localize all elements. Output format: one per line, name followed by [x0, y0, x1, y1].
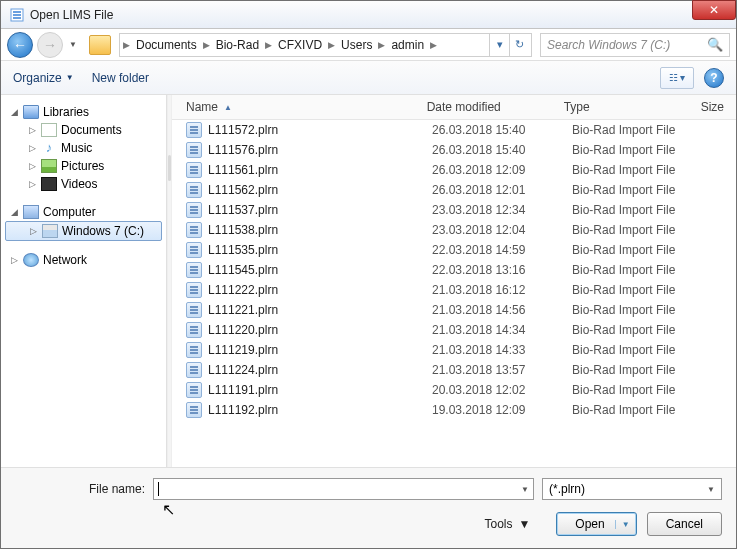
chevron-right-icon: ▶ — [429, 40, 438, 50]
file-date: 22.03.2018 13:16 — [432, 263, 572, 277]
file-row[interactable]: L111572.plrn26.03.2018 15:40Bio-Rad Impo… — [172, 120, 736, 140]
svg-rect-1 — [13, 11, 21, 13]
file-row[interactable]: L111222.plrn21.03.2018 16:12Bio-Rad Impo… — [172, 280, 736, 300]
breadcrumb-item[interactable]: admin — [386, 38, 429, 52]
file-icon — [186, 362, 202, 378]
expand-icon[interactable]: ▷ — [27, 161, 37, 171]
organize-menu[interactable]: Organize ▼ — [13, 71, 74, 85]
open-button[interactable]: Open ▼ — [556, 512, 636, 536]
header-label: Type — [564, 100, 590, 114]
file-date: 19.03.2018 12:09 — [432, 403, 572, 417]
videos-icon — [41, 177, 57, 191]
file-icon — [186, 322, 202, 338]
file-row[interactable]: L111191.plrn20.03.2018 12:02Bio-Rad Impo… — [172, 380, 736, 400]
file-row[interactable]: L111576.plrn26.03.2018 15:40Bio-Rad Impo… — [172, 140, 736, 160]
search-input[interactable]: Search Windows 7 (C:) 🔍 — [540, 33, 730, 57]
tree-music[interactable]: ▷ ♪ Music — [5, 139, 162, 157]
file-row[interactable]: L111219.plrn21.03.2018 14:33Bio-Rad Impo… — [172, 340, 736, 360]
file-name: L111537.plrn — [208, 203, 278, 217]
nav-bar: ← → ▼ ▶ Documents ▶ Bio-Rad ▶ CFXIVD ▶ U… — [1, 29, 736, 61]
file-icon — [186, 242, 202, 258]
nav-history-dropdown[interactable]: ▼ — [67, 40, 79, 49]
nav-back-button[interactable]: ← — [7, 32, 33, 58]
organize-label: Organize — [13, 71, 62, 85]
tree-c-drive[interactable]: ▷ Windows 7 (C:) — [5, 221, 162, 241]
title-bar: Open LIMS File ✕ — [1, 1, 736, 29]
network-icon — [23, 253, 39, 267]
breadcrumb-item[interactable]: Documents — [131, 38, 202, 52]
cancel-button[interactable]: Cancel — [647, 512, 722, 536]
expand-icon[interactable]: ▷ — [27, 143, 37, 153]
file-name: L111561.plrn — [208, 163, 278, 177]
file-type: Bio-Rad Import File — [572, 383, 712, 397]
collapse-icon[interactable]: ◢ — [9, 107, 19, 117]
new-folder-button[interactable]: New folder — [92, 71, 149, 85]
file-date: 21.03.2018 13:57 — [432, 363, 572, 377]
file-name: L111562.plrn — [208, 183, 278, 197]
file-type: Bio-Rad Import File — [572, 143, 712, 157]
file-row[interactable]: L111561.plrn26.03.2018 12:09Bio-Rad Impo… — [172, 160, 736, 180]
folder-icon — [89, 35, 111, 55]
breadcrumb-dropdown[interactable]: ▾ — [489, 34, 509, 56]
nav-forward-button[interactable]: → — [37, 32, 63, 58]
breadcrumb-bar[interactable]: ▶ Documents ▶ Bio-Rad ▶ CFXIVD ▶ Users ▶… — [119, 33, 532, 57]
chevron-right-icon: ▶ — [327, 40, 336, 50]
expand-icon[interactable]: ▷ — [27, 125, 37, 135]
tree-videos[interactable]: ▷ Videos — [5, 175, 162, 193]
help-button[interactable]: ? — [704, 68, 724, 88]
close-button[interactable]: ✕ — [692, 0, 736, 20]
file-icon — [186, 342, 202, 358]
file-row[interactable]: L111545.plrn22.03.2018 13:16Bio-Rad Impo… — [172, 260, 736, 280]
file-date: 23.03.2018 12:34 — [432, 203, 572, 217]
collapse-icon[interactable]: ◢ — [9, 207, 19, 217]
file-row[interactable]: L111537.plrn23.03.2018 12:34Bio-Rad Impo… — [172, 200, 736, 220]
file-row[interactable]: L111192.plrn19.03.2018 12:09Bio-Rad Impo… — [172, 400, 736, 420]
file-date: 21.03.2018 14:56 — [432, 303, 572, 317]
tree-label: Music — [61, 141, 92, 155]
view-options-button[interactable]: ☷ ▾ — [660, 67, 694, 89]
file-row[interactable]: L111538.plrn23.03.2018 12:04Bio-Rad Impo… — [172, 220, 736, 240]
tools-menu[interactable]: Tools ▼ — [484, 517, 530, 531]
breadcrumb-item[interactable]: Bio-Rad — [211, 38, 264, 52]
file-name-input[interactable]: ▼ ↖ — [153, 478, 534, 500]
refresh-button[interactable]: ↻ — [509, 34, 529, 56]
window-title: Open LIMS File — [30, 8, 113, 22]
header-size[interactable]: Size — [701, 100, 736, 114]
open-label: Open — [575, 517, 604, 531]
open-split-dropdown[interactable]: ▼ — [615, 520, 630, 529]
pictures-icon — [41, 159, 57, 173]
file-list[interactable]: L111572.plrn26.03.2018 15:40Bio-Rad Impo… — [172, 120, 736, 467]
file-type: Bio-Rad Import File — [572, 183, 712, 197]
expand-icon[interactable]: ▷ — [27, 179, 37, 189]
file-row[interactable]: L111535.plrn22.03.2018 14:59Bio-Rad Impo… — [172, 240, 736, 260]
file-type-filter[interactable]: (*.plrn) ▼ — [542, 478, 722, 500]
file-name: L111220.plrn — [208, 323, 278, 337]
chevron-right-icon: ▶ — [202, 40, 211, 50]
tree-network[interactable]: ▷ Network — [5, 251, 162, 269]
header-type[interactable]: Type — [564, 100, 701, 114]
header-label: Name — [186, 100, 218, 114]
tree-libraries[interactable]: ◢ Libraries — [5, 103, 162, 121]
expand-icon[interactable]: ▷ — [28, 226, 38, 236]
expand-icon[interactable]: ▷ — [9, 255, 19, 265]
svg-rect-3 — [13, 17, 21, 19]
breadcrumb-item[interactable]: Users — [336, 38, 377, 52]
tree-computer[interactable]: ◢ Computer — [5, 203, 162, 221]
chevron-down-icon[interactable]: ▼ — [521, 485, 529, 494]
file-name: L111191.plrn — [208, 383, 278, 397]
splitter-grip — [168, 155, 171, 181]
tree-pictures[interactable]: ▷ Pictures — [5, 157, 162, 175]
file-row[interactable]: L111220.plrn21.03.2018 14:34Bio-Rad Impo… — [172, 320, 736, 340]
file-type: Bio-Rad Import File — [572, 263, 712, 277]
file-row[interactable]: L111224.plrn21.03.2018 13:57Bio-Rad Impo… — [172, 360, 736, 380]
tree-label: Videos — [61, 177, 97, 191]
file-icon — [186, 382, 202, 398]
tree-documents[interactable]: ▷ Documents — [5, 121, 162, 139]
file-row[interactable]: L111562.plrn26.03.2018 12:01Bio-Rad Impo… — [172, 180, 736, 200]
computer-icon — [23, 205, 39, 219]
breadcrumb-item[interactable]: CFXIVD — [273, 38, 327, 52]
file-row[interactable]: L111221.plrn21.03.2018 14:56Bio-Rad Impo… — [172, 300, 736, 320]
header-name[interactable]: Name ▲ — [172, 100, 427, 114]
header-date[interactable]: Date modified — [427, 100, 564, 114]
file-date: 20.03.2018 12:02 — [432, 383, 572, 397]
